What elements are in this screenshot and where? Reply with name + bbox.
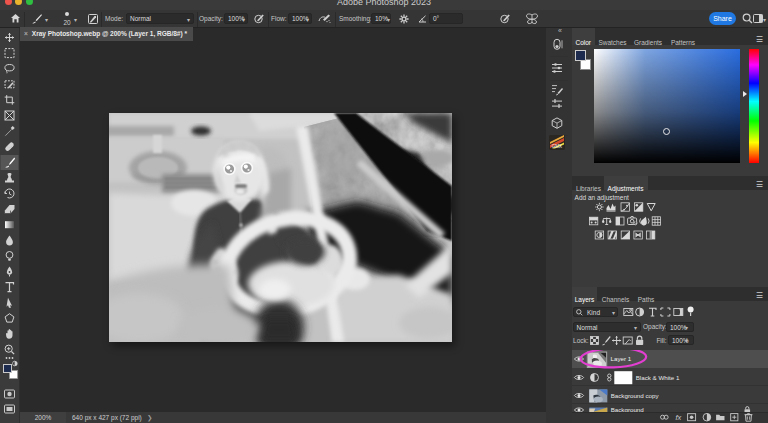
svg-text:Background copy: Background copy	[611, 392, 660, 399]
svg-text:fx: fx	[675, 413, 681, 422]
svg-text:GMX: GMX	[552, 144, 562, 149]
svg-text:Black & White 1: Black & White 1	[636, 374, 680, 381]
svg-text:Layer 1: Layer 1	[611, 355, 632, 362]
